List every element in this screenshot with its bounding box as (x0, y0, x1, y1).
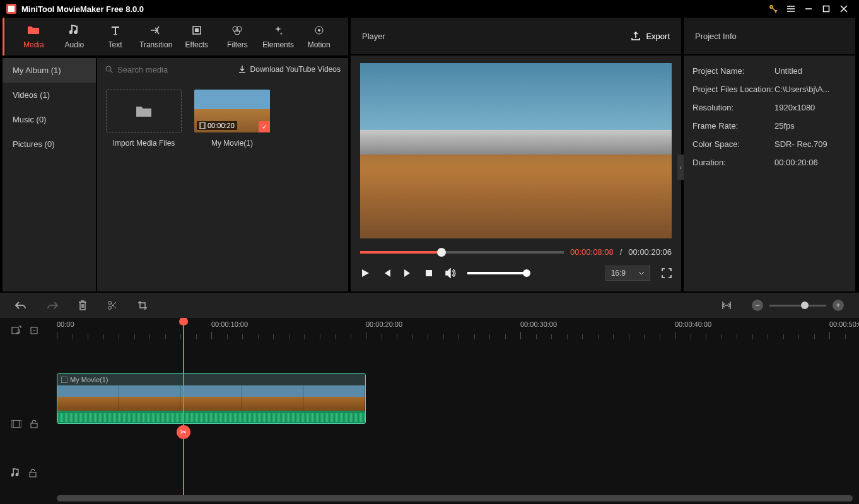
svg-point-13 (108, 307, 112, 310)
time-separator: / (620, 247, 622, 257)
zoom-out-button[interactable]: − (752, 300, 763, 311)
player-panel: Player Export 00:00:08:08 / 00:00:20:06 (351, 18, 681, 291)
hamburger-menu-icon[interactable] (782, 0, 800, 18)
tab-media[interactable]: Media (13, 24, 54, 49)
aspect-ratio-select[interactable]: 16:9 (605, 266, 650, 281)
svg-rect-11 (426, 270, 432, 276)
close-button[interactable] (835, 0, 853, 18)
titlebar: MiniTool MovieMaker Free 8.0.0 (0, 0, 859, 18)
import-media-button[interactable]: Import Media Files (106, 90, 182, 148)
zoom-slider[interactable] (769, 305, 826, 307)
folder-icon (27, 24, 40, 37)
info-key: Resolution: (692, 103, 774, 112)
transition-icon (149, 24, 162, 37)
ruler-label: 00:00:40:00 (675, 320, 711, 328)
stop-button[interactable] (424, 269, 433, 278)
media-clip-thumbnail[interactable]: 00:00:20 ✓ My Movie(1) (194, 90, 270, 148)
sidebar-item-videos[interactable]: Videos (1) (3, 83, 96, 107)
info-key: Color Space: (692, 139, 774, 149)
next-frame-button[interactable] (403, 268, 413, 278)
svg-point-12 (108, 302, 112, 305)
app-logo-icon (6, 4, 16, 14)
collapse-panel-button[interactable]: › (677, 155, 684, 180)
tab-effects[interactable]: Effects (177, 24, 218, 49)
tab-label: Media (23, 40, 44, 49)
video-track-icon (11, 420, 21, 428)
video-track[interactable]: My Movie(1) (57, 373, 853, 424)
maximize-button[interactable] (817, 0, 835, 18)
progress-slider[interactable] (360, 251, 564, 254)
play-button[interactable] (360, 268, 370, 278)
remove-track-button[interactable] (30, 325, 40, 336)
clip-label: My Movie(1) (211, 139, 253, 148)
prev-frame-button[interactable] (382, 268, 392, 278)
clip-duration: 00:00:20 (207, 122, 235, 129)
media-sidebar: My Album (1) Videos (1) Music (0) Pictur… (3, 58, 97, 291)
sidebar-item-pictures[interactable]: Pictures (0) (3, 132, 96, 156)
info-key: Project Name: (692, 66, 774, 76)
tab-audio[interactable]: Audio (54, 24, 95, 49)
import-label: Import Media Files (113, 139, 175, 148)
svg-rect-16 (11, 420, 21, 428)
redo-button[interactable] (47, 301, 58, 310)
timeline-ruler[interactable]: 00:0000:00:10:0000:00:20:0000:00:30:0000… (57, 318, 853, 343)
lock-track-button[interactable] (29, 469, 37, 478)
search-input[interactable] (117, 65, 233, 74)
split-indicator-icon[interactable]: ✂ (177, 425, 190, 439)
svg-rect-10 (201, 122, 204, 129)
volume-button[interactable] (445, 268, 456, 278)
fullscreen-button[interactable] (662, 268, 672, 278)
download-youtube-link[interactable]: Download YouTube Videos (238, 65, 341, 74)
info-value: 00:00:20:06 (774, 158, 846, 167)
ruler-label: 00:00 (57, 320, 74, 328)
main-tabs: Media Audio Text Transition Effects Filt… (3, 18, 348, 56)
export-icon (631, 31, 641, 41)
player-title: Player (362, 32, 385, 41)
svg-rect-20 (61, 377, 67, 383)
filters-icon (231, 24, 243, 37)
clip-name: My Movie(1) (70, 376, 108, 384)
tab-transition[interactable]: Transition (136, 24, 177, 49)
split-button[interactable] (107, 300, 117, 310)
music-note-icon (68, 24, 81, 37)
info-key: Frame Rate: (692, 121, 774, 131)
sidebar-item-music[interactable]: Music (0) (3, 107, 96, 132)
time-current: 00:00:08:08 (570, 247, 614, 257)
svg-rect-18 (31, 423, 37, 428)
delete-button[interactable] (78, 300, 87, 310)
video-preview[interactable] (360, 63, 672, 238)
chevron-down-icon (638, 271, 645, 275)
tab-filters[interactable]: Filters (217, 24, 258, 49)
zoom-in-button[interactable]: + (833, 300, 844, 311)
info-value: Untitled (774, 66, 846, 76)
info-value: 25fps (774, 121, 846, 131)
volume-slider[interactable] (467, 272, 527, 274)
sparkle-icon (272, 24, 284, 37)
export-button[interactable]: Export (631, 31, 670, 41)
crop-button[interactable] (137, 300, 148, 310)
tab-elements[interactable]: Elements (258, 24, 299, 49)
motion-icon (313, 24, 325, 37)
svg-rect-0 (824, 6, 829, 12)
fit-timeline-button[interactable] (722, 301, 732, 310)
timeline-clip[interactable]: My Movie(1) (57, 373, 366, 424)
add-track-button[interactable] (11, 325, 21, 336)
vip-key-icon[interactable] (764, 0, 782, 18)
effects-icon (190, 24, 203, 37)
lock-track-button[interactable] (30, 419, 38, 428)
tab-label: Elements (262, 40, 294, 49)
undo-button[interactable] (15, 301, 26, 310)
sidebar-item-my-album[interactable]: My Album (1) (3, 58, 96, 83)
tab-label: Audio (65, 40, 85, 49)
tab-text[interactable]: Text (95, 24, 136, 49)
info-value: C:\Users\bj\A... (774, 85, 846, 94)
playhead[interactable] (183, 318, 184, 501)
tab-label: Transition (139, 40, 172, 49)
minimize-button[interactable] (800, 0, 817, 18)
timeline-scrollbar[interactable] (57, 495, 853, 501)
ratio-value: 16:9 (611, 269, 626, 278)
tab-label: Motion (308, 40, 330, 49)
check-icon: ✓ (259, 121, 270, 132)
info-key: Project Files Location: (692, 85, 774, 94)
tab-motion[interactable]: Motion (298, 24, 339, 49)
